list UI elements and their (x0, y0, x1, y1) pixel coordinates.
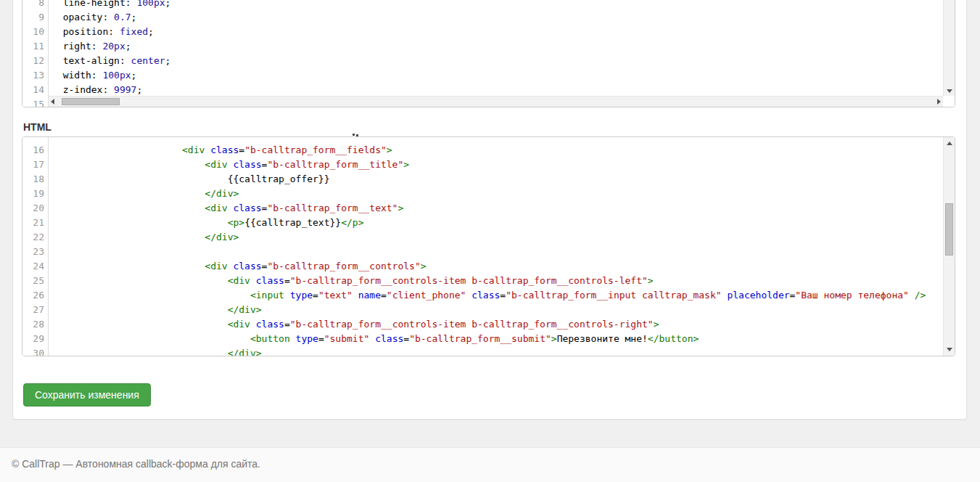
line-number: 28 (22, 317, 49, 332)
vertical-scrollbar[interactable] (943, 0, 955, 97)
vertical-scrollbar[interactable] (943, 137, 955, 356)
html-section-label: HTML (23, 121, 52, 133)
save-changes-button[interactable]: Сохранить изменения (23, 383, 151, 407)
code-text: right: 20px; (49, 39, 131, 54)
code-text: </div> (49, 230, 239, 245)
code-text: </div> (49, 187, 239, 201)
html-code-editor[interactable]: 16 <div class="b-calltrap_form__fields">… (22, 136, 955, 356)
code-text: width: 100px; (49, 68, 136, 83)
scrollbar-corner (943, 96, 955, 107)
code-text: text-align: center; (49, 54, 170, 68)
line-number: 13 (22, 68, 49, 83)
code-line: 8 line-height: 100px; (22, 0, 955, 10)
line-number: 22 (22, 230, 49, 245)
code-line: 29 <button type="submit" class="b-calltr… (22, 332, 955, 346)
line-number: 21 (22, 216, 49, 230)
line-number: 20 (22, 201, 49, 216)
code-text: {{calltrap_offer}} (49, 172, 330, 187)
code-text: <div class="b-calltrap_form__controls"> (49, 259, 427, 274)
code-text: z-index: 9997; (49, 83, 142, 97)
line-number: 29 (22, 332, 49, 346)
line-number: 11 (22, 39, 49, 54)
line-number: 14 (22, 83, 49, 97)
code-text: <div class="b-calltrap_form__text"> (49, 201, 403, 216)
scroll-right-icon[interactable] (937, 99, 941, 105)
code-text: position: fixed; (49, 25, 154, 39)
scroll-down-icon[interactable] (947, 348, 952, 351)
code-text: </div> (49, 346, 262, 356)
text-fragment-artifact (353, 134, 355, 136)
line-number: 27 (22, 303, 49, 317)
code-text: opacity: 0.7; (49, 10, 136, 25)
code-text: <div class="b-calltrap_form__fields"> (49, 143, 392, 158)
code-line: 24 <div class="b-calltrap_form__controls… (22, 259, 955, 274)
code-text: <p>{{calltrap_text}}</p> (49, 216, 364, 230)
code-line: 19 </div> (22, 187, 955, 201)
page: 8 line-height: 100px;9 opacity: 0.7;10 p… (0, 0, 980, 482)
css-code-lines: 8 line-height: 100px;9 opacity: 0.7;10 p… (22, 0, 955, 107)
scroll-left-icon[interactable] (51, 99, 54, 105)
code-line: 23 (22, 245, 955, 259)
scroll-down-icon[interactable] (947, 89, 952, 93)
scrollbar-thumb[interactable] (945, 203, 953, 256)
code-line: 27 </div> (22, 303, 955, 317)
css-code-editor[interactable]: 8 line-height: 100px;9 opacity: 0.7;10 p… (22, 0, 955, 107)
scroll-up-icon[interactable] (947, 142, 952, 145)
code-line: 12 text-align: center; (22, 54, 955, 68)
line-number: 30 (22, 346, 49, 356)
copyright-text: © CallTrap — Автономная callback-форма д… (0, 448, 980, 470)
code-text: <div class="b-calltrap_form__controls-it… (49, 317, 659, 332)
line-number: 8 (22, 0, 49, 10)
code-line: 16 <div class="b-calltrap_form__fields"> (22, 143, 955, 158)
code-line: 10 position: fixed; (22, 25, 955, 39)
code-text: </div> (49, 303, 262, 317)
code-line: 26 <input type="text" name="client_phone… (22, 288, 955, 303)
line-number: 12 (22, 54, 49, 68)
code-text: <div class="b-calltrap_form__title"> (49, 158, 409, 172)
code-line: 13 width: 100px; (22, 68, 955, 83)
line-number: 15 (22, 97, 49, 107)
scrollbar-thumb[interactable] (62, 98, 120, 105)
code-line: 14 z-index: 9997; (22, 83, 955, 97)
line-number: 26 (22, 288, 49, 303)
code-line: 11 right: 20px; (22, 39, 955, 54)
code-line: 25 <div class="b-calltrap_form__controls… (22, 274, 955, 288)
code-text (49, 245, 52, 259)
line-number: 19 (22, 187, 49, 201)
horizontal-scrollbar[interactable] (49, 96, 943, 107)
html-code-lines: 16 <div class="b-calltrap_form__fields">… (22, 143, 955, 356)
code-line: 28 <div class="b-calltrap_form__controls… (22, 317, 955, 332)
line-number: 18 (22, 172, 49, 187)
code-line: 17 <div class="b-calltrap_form__title"> (22, 158, 955, 172)
code-line: 18 {{calltrap_offer}} (22, 172, 955, 187)
line-number: 16 (22, 143, 49, 158)
code-text: <button type="submit" class="b-calltrap_… (49, 332, 699, 346)
line-number: 23 (22, 245, 49, 259)
code-line: 9 opacity: 0.7; (22, 10, 955, 25)
code-line: 21 <p>{{calltrap_text}}</p> (22, 216, 955, 230)
line-number: 17 (22, 158, 49, 172)
line-number: 10 (22, 25, 49, 39)
line-number: 9 (22, 10, 49, 25)
code-line: 20 <div class="b-calltrap_form__text"> (22, 201, 955, 216)
code-line: 30 </div> (22, 346, 955, 356)
page-footer: © CallTrap — Автономная callback-форма д… (0, 447, 980, 482)
code-text: <div class="b-calltrap_form__controls-it… (49, 274, 654, 288)
line-number: 25 (22, 274, 49, 288)
code-line: 22 </div> (22, 230, 955, 245)
code-text: <input type="text" name="client_phone" c… (49, 288, 926, 303)
line-number: 24 (22, 259, 49, 274)
code-text: line-height: 100px; (49, 0, 170, 10)
